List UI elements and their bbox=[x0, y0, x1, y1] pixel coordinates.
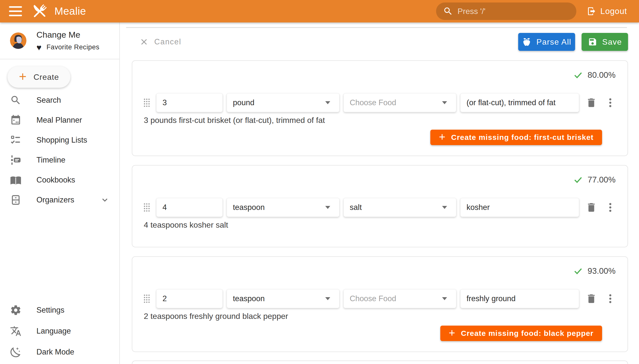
confidence-indicator: 93.00% bbox=[142, 266, 617, 276]
sidebar-item-label: Cookbooks bbox=[37, 176, 75, 184]
user-profile[interactable]: Change Me ♥ Favorite Recipes bbox=[0, 22, 119, 59]
sidebar-item-organizers[interactable]: Organizers bbox=[0, 190, 119, 210]
parser-toolbar: Cancel Parse All Save bbox=[132, 32, 628, 51]
drag-handle-icon[interactable] bbox=[142, 202, 151, 214]
note-input[interactable] bbox=[467, 203, 573, 212]
logout-button[interactable]: Logout bbox=[587, 6, 627, 16]
create-missing-food-button[interactable]: + Create missing food: black pepper bbox=[440, 326, 602, 341]
kebab-menu-icon bbox=[604, 293, 616, 304]
moon-stars-icon bbox=[10, 346, 22, 358]
sidebar-item-label: Search bbox=[37, 96, 61, 105]
chevron-down-icon bbox=[100, 196, 109, 204]
favorite-recipes-link[interactable]: ♥ Favorite Recipes bbox=[37, 43, 99, 52]
plus-icon: + bbox=[19, 70, 27, 83]
quantity-field bbox=[156, 93, 223, 112]
dropdown-arrow-icon bbox=[325, 297, 330, 300]
timeline-icon bbox=[10, 154, 22, 166]
delete-button[interactable] bbox=[585, 201, 597, 214]
favorite-recipes-label: Favorite Recipes bbox=[46, 44, 99, 51]
quantity-input[interactable] bbox=[162, 98, 217, 107]
quantity-input[interactable] bbox=[162, 294, 217, 303]
confidence-indicator: 77.00% bbox=[142, 174, 617, 185]
gear-icon bbox=[10, 304, 22, 316]
save-button[interactable]: Save bbox=[582, 33, 628, 51]
sidebar-item-meal-planner[interactable]: Meal Planner bbox=[0, 110, 119, 130]
create-missing-food-label: Create missing food: first-cut brisket bbox=[451, 133, 593, 142]
main-content: Cancel Parse All Save 80.00% bbox=[120, 22, 639, 364]
logout-icon bbox=[587, 6, 596, 16]
drag-handle-icon[interactable] bbox=[142, 293, 151, 305]
sidebar-item-language[interactable]: Language bbox=[0, 320, 119, 342]
check-icon bbox=[573, 266, 583, 276]
food-select[interactable]: Choose Food bbox=[343, 289, 456, 308]
quantity-input[interactable] bbox=[162, 203, 217, 212]
ingredient-card: 80.00% pound Choose Food bbox=[132, 60, 628, 156]
kebab-menu-icon bbox=[604, 97, 616, 108]
create-button[interactable]: + Create bbox=[8, 66, 70, 88]
note-input[interactable] bbox=[467, 98, 573, 107]
calendar-icon bbox=[10, 114, 22, 126]
food-placeholder: Choose Food bbox=[350, 98, 396, 107]
unit-select[interactable]: pound bbox=[227, 93, 339, 112]
ingredient-card bbox=[132, 360, 628, 364]
food-select[interactable]: Choose Food bbox=[343, 93, 456, 112]
checklist-icon bbox=[10, 134, 22, 146]
more-options-button[interactable] bbox=[604, 292, 616, 305]
search-input[interactable] bbox=[458, 7, 569, 16]
confidence-value: 93.00% bbox=[588, 266, 615, 276]
note-field bbox=[460, 93, 579, 112]
note-field bbox=[460, 289, 579, 308]
book-open-icon bbox=[10, 174, 22, 186]
sidebar-item-dark-mode[interactable]: Dark Mode bbox=[0, 342, 119, 362]
user-name: Change Me bbox=[37, 30, 99, 40]
avatar bbox=[10, 32, 27, 49]
unit-select[interactable]: teaspoon bbox=[227, 198, 339, 217]
check-icon bbox=[573, 70, 583, 80]
sidebar-item-cookbooks[interactable]: Cookbooks bbox=[0, 170, 119, 190]
sidebar-item-settings[interactable]: Settings bbox=[0, 300, 119, 320]
dropdown-arrow-icon bbox=[442, 297, 447, 300]
plus-icon: + bbox=[439, 132, 446, 142]
original-ingredient-text: 3 pounds first-cut brisket (or flat-cut)… bbox=[144, 116, 617, 125]
app-header: Mealie Logout bbox=[0, 0, 639, 22]
ingredient-card: 77.00% teaspoon salt bbox=[132, 165, 628, 247]
sidebar-item-search[interactable]: Search bbox=[0, 90, 119, 110]
logout-label: Logout bbox=[600, 6, 627, 16]
note-input[interactable] bbox=[467, 294, 573, 303]
sidebar-item-label: Organizers bbox=[37, 196, 74, 204]
delete-button[interactable] bbox=[585, 292, 597, 305]
sidebar-item-timeline[interactable]: Timeline bbox=[0, 150, 119, 170]
heart-icon: ♥ bbox=[37, 43, 42, 52]
trash-icon bbox=[586, 97, 597, 108]
food-select[interactable]: salt bbox=[343, 198, 456, 217]
dropdown-arrow-icon bbox=[442, 101, 447, 104]
more-options-button[interactable] bbox=[604, 201, 616, 214]
sidebar-item-label: Dark Mode bbox=[37, 348, 74, 356]
quantity-field bbox=[156, 198, 223, 217]
parse-all-label: Parse All bbox=[536, 38, 571, 46]
drag-handle-icon[interactable] bbox=[142, 97, 151, 109]
search-icon bbox=[10, 94, 22, 106]
note-field bbox=[460, 198, 579, 217]
kebab-menu-icon bbox=[604, 202, 616, 213]
cancel-label: Cancel bbox=[154, 38, 181, 46]
sidebar-item-label: Language bbox=[37, 326, 71, 336]
cancel-button[interactable]: Cancel bbox=[140, 38, 181, 46]
confidence-value: 80.00% bbox=[588, 70, 615, 80]
dropdown-arrow-icon bbox=[325, 101, 330, 104]
more-options-button[interactable] bbox=[604, 96, 616, 109]
sidebar-footer: Settings Language Dark Mode bbox=[0, 300, 119, 362]
delete-button[interactable] bbox=[585, 96, 597, 109]
sidebar-item-shopping-lists[interactable]: Shopping Lists bbox=[0, 130, 119, 150]
quantity-field bbox=[156, 289, 223, 308]
dropdown-arrow-icon bbox=[325, 206, 330, 209]
apple-icon bbox=[522, 37, 531, 46]
unit-select[interactable]: teaspoon bbox=[227, 289, 339, 308]
file-cabinet-icon bbox=[10, 194, 22, 206]
sidebar: Change Me ♥ Favorite Recipes + Create Se… bbox=[0, 22, 120, 364]
parse-all-button[interactable]: Parse All bbox=[518, 33, 575, 51]
hamburger-menu-icon[interactable] bbox=[9, 6, 22, 16]
search-bar[interactable] bbox=[436, 2, 576, 20]
floppy-disk-icon bbox=[588, 37, 597, 46]
create-missing-food-button[interactable]: + Create missing food: first-cut brisket bbox=[430, 130, 602, 145]
